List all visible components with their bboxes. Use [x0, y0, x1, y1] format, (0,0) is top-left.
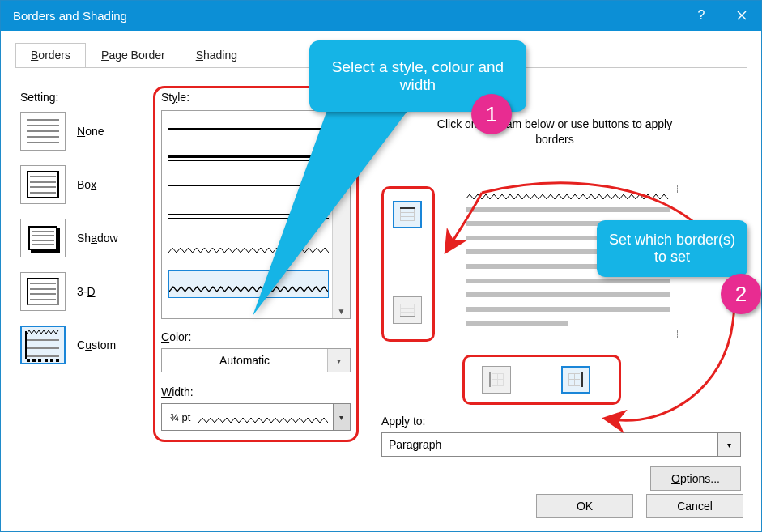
- width-label: Width:: [161, 385, 194, 398]
- color-dropdown[interactable]: Automatic ▾: [161, 348, 351, 372]
- annotation-callout-tail: [238, 105, 416, 324]
- dialog-title: Borders and Shading: [13, 9, 127, 23]
- chevron-down-icon[interactable]: ▾: [327, 349, 350, 372]
- apply-to-label: Apply to:: [381, 415, 426, 428]
- annotation-callout-2: Set which border(s) to set: [597, 220, 747, 277]
- annotation-badge-2: 2: [721, 274, 761, 314]
- tab-strip: Bdocument.currentScript.previousElementS…: [15, 42, 253, 66]
- border-right-button[interactable]: [561, 366, 590, 394]
- setting-3d[interactable]: 3-D: [20, 272, 158, 311]
- dialog-button-row: OK Cancel: [536, 494, 743, 518]
- apply-to-dropdown[interactable]: Paragraph ▾: [381, 432, 741, 457]
- ok-button[interactable]: OK: [536, 494, 633, 518]
- setting-box-icon: [20, 165, 66, 204]
- color-label: Color:: [161, 330, 191, 343]
- svg-rect-16: [489, 372, 491, 387]
- svg-rect-22: [581, 372, 583, 387]
- border-left-button[interactable]: [482, 366, 511, 394]
- setting-none[interactable]: None: [20, 112, 158, 151]
- svg-rect-26: [568, 373, 569, 386]
- setting-custom[interactable]: Custom: [20, 326, 158, 364]
- options-button[interactable]: Options...: [650, 466, 741, 491]
- svg-marker-28: [253, 110, 408, 316]
- setting-list: None Box Shadow 3-D Cus: [20, 112, 158, 379]
- setting-shadow[interactable]: Shadow: [20, 219, 158, 257]
- setting-custom-icon: [20, 326, 66, 364]
- tab-borders[interactable]: Bdocument.currentScript.previousElementS…: [15, 43, 86, 67]
- svg-rect-21: [503, 373, 504, 386]
- annotation-badge-1: 1: [471, 94, 512, 134]
- setting-3d-icon: [20, 272, 66, 311]
- style-label: Style:: [161, 91, 189, 104]
- apply-to-value: Paragraph: [382, 438, 717, 451]
- close-button[interactable]: [722, 0, 762, 31]
- cancel-button[interactable]: Cancel: [646, 494, 743, 518]
- setting-box[interactable]: Box: [20, 165, 158, 204]
- svg-rect-20: [497, 373, 498, 386]
- tab-page-border[interactable]: Page Border: [86, 43, 181, 67]
- title-bar: Borders and Shading ?: [0, 0, 762, 31]
- help-button[interactable]: ?: [681, 0, 722, 31]
- setting-shadow-icon: [20, 219, 66, 257]
- setting-label: Setting:: [20, 91, 58, 104]
- chevron-down-icon[interactable]: ▾: [717, 433, 740, 456]
- svg-rect-27: [574, 373, 575, 386]
- preview-instructions: Click on diagram below or use buttons to…: [425, 117, 684, 147]
- tab-shading[interactable]: Shading: [181, 43, 253, 67]
- setting-none-icon: [20, 112, 66, 151]
- width-dropdown[interactable]: ¾ pt ▾: [161, 403, 351, 431]
- chevron-down-icon[interactable]: ▾: [333, 404, 350, 430]
- width-value: ¾ pt: [162, 411, 198, 423]
- color-value: Automatic: [162, 354, 327, 367]
